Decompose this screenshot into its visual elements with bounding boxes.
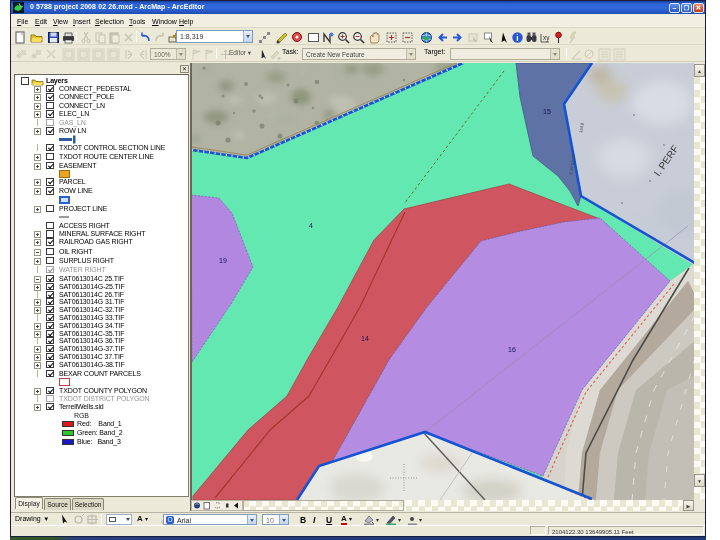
svg-text:14: 14 [361, 335, 369, 342]
svg-text:▾: ▾ [398, 517, 401, 523]
svg-text:▾: ▾ [419, 517, 422, 523]
svg-text:▾: ▾ [376, 517, 379, 523]
svg-text:16: 16 [508, 346, 516, 353]
svg-text:15: 15 [543, 108, 551, 115]
svg-text:19: 19 [219, 257, 227, 264]
svg-text:i: i [516, 33, 518, 43]
svg-text:4: 4 [309, 222, 313, 229]
svg-text:xy: xy [543, 34, 550, 42]
